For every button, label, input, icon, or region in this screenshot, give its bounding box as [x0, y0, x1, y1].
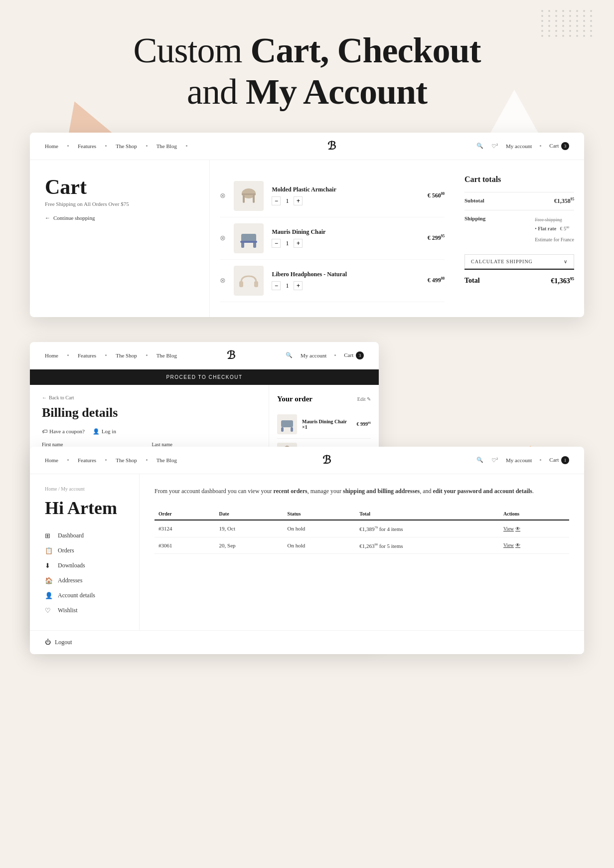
breadcrumb: Home / My account: [45, 486, 124, 492]
svg-rect-2: [243, 195, 245, 203]
col-status: Status: [284, 508, 356, 520]
cart-items: ⊗ Molded Plastic Armchair −: [210, 160, 455, 317]
last-name-label: Last name: [152, 442, 257, 447]
order-item-info-1: Mauris Dining Chair ×1: [302, 419, 352, 430]
item-price-3: € 49900: [428, 277, 445, 284]
account-nav-links: Home Features The Shop The Blog: [45, 457, 177, 463]
nav-links-left: Home Features The Shop The Blog: [45, 143, 187, 149]
qty-plus-3[interactable]: +: [294, 281, 303, 290]
menu-wishlist[interactable]: ♡ Wishlist: [45, 603, 124, 618]
checkout-nav-links: Home Features The Shop The Blog: [45, 352, 177, 358]
qty-plus-1[interactable]: +: [294, 196, 303, 205]
view-order-1[interactable]: View 👁: [503, 526, 565, 531]
wishlist-menu-icon: ♡: [45, 607, 53, 615]
menu-dashboard[interactable]: ⊞ Dashboard: [45, 528, 124, 543]
order-status-1: On hold: [284, 520, 356, 537]
account-search-icon[interactable]: 🔍: [476, 457, 483, 463]
proceed-to-checkout-button[interactable]: PROCEED TO CHECKOUT: [30, 369, 379, 385]
qty-plus-2[interactable]: +: [294, 239, 303, 248]
cart-subtitle: Free Shipping on All Orders Over $75: [45, 201, 194, 207]
checkout-search-icon[interactable]: 🔍: [286, 352, 293, 358]
my-account-link[interactable]: My account: [506, 143, 532, 149]
checkout-nav-features[interactable]: Features: [78, 352, 96, 358]
account-cart-link[interactable]: Cart 1: [549, 456, 569, 464]
menu-orders[interactable]: 📋 Orders: [45, 543, 124, 558]
account-screen: Home Features The Shop The Blog ℬ 🔍 ♡2 M…: [30, 447, 584, 654]
remove-item-3[interactable]: ⊗: [220, 276, 226, 285]
cart-link[interactable]: Cart 3: [549, 142, 569, 150]
view-order-2[interactable]: View 👁: [503, 542, 565, 548]
order-num-2: #3061: [154, 537, 215, 554]
account-nav-logo[interactable]: ℬ: [322, 454, 331, 467]
order-edit-link[interactable]: Edit ✎: [357, 396, 371, 402]
account-wishlist-icon[interactable]: ♡2: [491, 457, 498, 464]
proceed-checkout-bar: PROCEED TO CHECKOUT: [30, 369, 379, 385]
total-row: Total €1,36395: [464, 269, 574, 292]
order-action-2[interactable]: View 👁: [499, 537, 569, 554]
checkout-nav-shop[interactable]: The Shop: [116, 352, 137, 358]
addresses-icon: 🏠: [45, 577, 53, 585]
search-icon[interactable]: 🔍: [476, 143, 483, 149]
cart-item-1: ⊗ Molded Plastic Armchair −: [220, 175, 445, 217]
account-nav-features[interactable]: Features: [78, 457, 96, 463]
qty-minus-3[interactable]: −: [272, 281, 281, 290]
remove-item-1[interactable]: ⊗: [220, 191, 226, 200]
checkout-nav-home[interactable]: Home: [45, 352, 58, 358]
checkout-cart-link[interactable]: Cart 3: [344, 351, 364, 359]
nav-shop[interactable]: The Shop: [116, 143, 137, 149]
account-nav-shop[interactable]: The Shop: [116, 457, 137, 463]
subtotal-value: €1,35895: [554, 197, 574, 205]
menu-downloads[interactable]: ⬇ Downloads: [45, 558, 124, 573]
total-value: €1,36395: [551, 277, 574, 285]
menu-addresses[interactable]: 🏠 Addresses: [45, 573, 124, 588]
col-date: Date: [215, 508, 284, 520]
back-to-cart-link[interactable]: ← Back to Cart: [42, 395, 257, 400]
checkout-nav: Home Features The Shop The Blog ℬ 🔍 My a…: [30, 342, 379, 369]
qty-minus-2[interactable]: −: [272, 239, 281, 248]
order-item-1: Mauris Dining Chair ×1 € 99995: [277, 410, 371, 439]
logout-icon: ⏻: [45, 639, 51, 646]
checkout-my-account[interactable]: My account: [301, 352, 326, 358]
item-name-2: Mauris Dining Chair: [272, 228, 419, 236]
nav-right: 🔍 ♡2 My account Cart 3: [476, 142, 569, 150]
nav-home[interactable]: Home: [45, 143, 58, 149]
item-name-3: Libero Headphones - Natural: [272, 271, 419, 278]
cart-body: Cart Free Shipping on All Orders Over $7…: [30, 160, 584, 317]
wishlist-icon[interactable]: ♡2: [491, 143, 498, 150]
col-order: Order: [154, 508, 215, 520]
order-status-2: On hold: [284, 537, 356, 554]
coupon-link[interactable]: 🏷 Have a coupon?: [42, 428, 85, 435]
logout-link[interactable]: ⏻ Logout: [30, 630, 584, 654]
account-my-account-link[interactable]: My account: [506, 457, 532, 463]
item-img-2: [234, 223, 264, 253]
checkout-nav-blog[interactable]: The Blog: [156, 352, 177, 358]
remove-item-2[interactable]: ⊗: [220, 234, 226, 242]
continue-shopping-link[interactable]: ← Continue shopping: [45, 215, 194, 221]
nav-blog[interactable]: The Blog: [156, 143, 177, 149]
order-date-2: 20, Sep: [215, 537, 284, 554]
qty-minus-1[interactable]: −: [272, 196, 281, 205]
hero-section: Custom Cart, Checkout and My Account: [0, 0, 614, 133]
account-nav-home[interactable]: Home: [45, 457, 58, 463]
item-price-1: € 56000: [428, 192, 445, 199]
nav-logo[interactable]: ℬ: [327, 140, 336, 153]
item-img-1: [234, 181, 264, 211]
nav-features[interactable]: Features: [78, 143, 96, 149]
order-num-1: #3124: [154, 520, 215, 537]
account-nav-blog[interactable]: The Blog: [156, 457, 177, 463]
shipping-options: Free shipping • Flat rate € 500 Estimate…: [535, 215, 574, 244]
item-details-2: Mauris Dining Chair − 1 +: [272, 228, 419, 248]
login-link[interactable]: 👤 Log in: [93, 428, 116, 435]
svg-rect-9: [254, 281, 258, 287]
item-details-3: Libero Headphones - Natural − 1 +: [272, 271, 419, 290]
calc-shipping-button[interactable]: CALCULATE SHIPPING ∨: [464, 254, 574, 269]
order-action-1[interactable]: View 👁: [499, 520, 569, 537]
cart-screen: Home Features The Shop The Blog ℬ 🔍 ♡2 M…: [30, 133, 584, 317]
svg-rect-7: [240, 241, 257, 243]
checkout-nav-logo[interactable]: ℬ: [227, 349, 235, 362]
downloads-icon: ⬇: [45, 562, 53, 570]
account-nav-right: 🔍 ♡2 My account Cart 1: [476, 456, 569, 464]
shipping-row: Shipping Free shipping • Flat rate € 500…: [464, 210, 574, 249]
headphone-svg: [236, 268, 261, 293]
menu-account-details[interactable]: 👤 Account details: [45, 588, 124, 603]
